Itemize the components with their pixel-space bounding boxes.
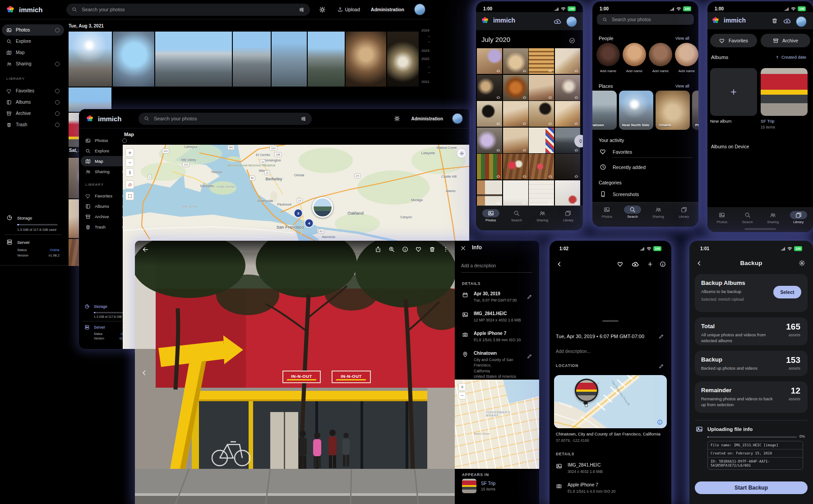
minimap-zoom-in[interactable] <box>458 383 466 391</box>
edit-location-pencil[interactable] <box>659 362 664 371</box>
settings-gear-icon[interactable] <box>799 260 805 266</box>
timeline-year-label[interactable]: 2024 <box>421 28 430 32</box>
archive-button[interactable]: Archive <box>761 34 810 47</box>
photo-thumbnail[interactable] <box>503 101 528 127</box>
screenshots-row[interactable]: Screenshots <box>600 191 639 197</box>
nav-tab-sharing[interactable]: Sharing <box>530 209 555 222</box>
description-field[interactable]: Add a description <box>461 263 496 268</box>
nav-tab-library[interactable]: Library <box>555 209 581 222</box>
sidebar-item-favorites[interactable]: Favorites <box>2 85 64 96</box>
add-name-label[interactable]: Add name <box>600 69 616 73</box>
location-mini-map[interactable]: FISHERMAN'SWHARF Beach Street <box>455 380 539 469</box>
face-avatar[interactable] <box>675 43 698 66</box>
sidebar-item-albums[interactable]: Albums <box>2 96 64 108</box>
albums-sort-button[interactable]: Created date <box>775 55 806 60</box>
photo-thumbnail[interactable] <box>272 32 307 87</box>
appears-in-album[interactable]: SF Trip 15 items <box>462 479 495 493</box>
viewer-trash-icon[interactable] <box>429 246 435 252</box>
nav-tab-search[interactable]: Search <box>620 206 646 219</box>
nav-tab-library[interactable]: Library <box>671 206 697 219</box>
sync-cloud-icon[interactable] <box>783 17 791 25</box>
minimap-zoom-out[interactable] <box>458 392 466 399</box>
add-plus-icon[interactable] <box>647 261 653 267</box>
viewer-previous-chevron[interactable] <box>140 369 148 377</box>
person-cell[interactable]: Add name <box>621 43 647 73</box>
nav-tab-sharing[interactable]: Sharing <box>760 211 786 224</box>
new-album-tile[interactable] <box>710 68 757 116</box>
search-bar[interactable] <box>139 113 312 125</box>
map-photo-marker[interactable] <box>312 197 333 218</box>
map-locate-button[interactable] <box>125 180 134 189</box>
photo-thumbnail[interactable] <box>529 48 554 74</box>
immich-logo[interactable]: immich <box>85 114 134 123</box>
place-cell[interactable]: Pi <box>692 91 698 130</box>
person-cell[interactable]: Add name <box>647 43 674 73</box>
place-cell[interactable]: Chinatown <box>592 91 617 130</box>
face-avatar[interactable] <box>649 43 672 66</box>
sidebar-item-photos[interactable]: Photos <box>2 24 64 36</box>
sheet-drag-handle[interactable] <box>602 320 619 322</box>
info-circle-icon[interactable] <box>660 261 666 267</box>
place-cell[interactable]: Near North Side <box>619 91 653 130</box>
photo-thumbnail[interactable] <box>308 32 345 87</box>
favorites-row[interactable]: Favorites <box>600 148 632 155</box>
user-avatar[interactable] <box>414 4 425 15</box>
sidebar-item-map[interactable]: Map <box>2 47 64 58</box>
photo-thumbnail[interactable] <box>233 32 271 87</box>
photo-thumbnail[interactable] <box>155 32 232 87</box>
select-button[interactable]: Select <box>773 286 801 298</box>
face-avatar[interactable] <box>596 43 620 66</box>
add-name-label[interactable]: Add name <box>679 69 695 73</box>
photo-thumbnail[interactable] <box>503 48 528 74</box>
upload-cloud-icon[interactable] <box>632 261 639 268</box>
person-cell[interactable]: Add name <box>595 43 621 73</box>
theme-toggle-sun-icon[interactable] <box>394 115 400 122</box>
people-view-all[interactable]: View all <box>675 36 689 41</box>
photo-thumbnail[interactable] <box>555 48 580 74</box>
photo-thumbnail[interactable] <box>529 180 554 206</box>
nav-tab-search[interactable]: Search <box>735 211 761 224</box>
location-mini-map[interactable]: - San Francisco Ferry B The Embarcadero <box>554 375 667 428</box>
photo-thumbnail[interactable] <box>555 101 580 127</box>
back-chevron-icon[interactable] <box>556 261 563 268</box>
photo-thumbnail[interactable] <box>69 32 112 87</box>
photo-thumbnail[interactable] <box>69 87 111 112</box>
map-cluster-marker[interactable]: 4 <box>305 219 314 228</box>
photo-view[interactable]: IN-N-OUT IN-N-OUT <box>135 241 455 504</box>
map-info-icon[interactable] <box>657 419 663 425</box>
photo-thumbnail[interactable] <box>477 48 502 74</box>
nav-tab-library[interactable]: Library <box>786 211 812 224</box>
photo-thumbnail[interactable] <box>529 154 554 179</box>
sidebar-item-sharing[interactable]: Sharing <box>2 58 64 69</box>
recently-added-row[interactable]: Recently added <box>600 164 646 170</box>
places-view-all[interactable]: View all <box>675 84 689 88</box>
sidebar-item-explore[interactable]: Explore <box>2 36 64 47</box>
photo-thumbnail[interactable] <box>529 128 554 153</box>
nav-tab-search[interactable]: Search <box>504 209 529 222</box>
user-avatar[interactable] <box>452 113 463 124</box>
upload-button[interactable]: Upload <box>337 7 360 12</box>
map-zoom-out-button[interactable] <box>125 158 134 167</box>
edit-date-pencil[interactable] <box>527 293 532 301</box>
photo-map-pin[interactable] <box>575 379 598 402</box>
photo-thumbnail[interactable] <box>477 154 502 179</box>
add-name-label[interactable]: Add name <box>652 69 669 73</box>
photo-thumbnail[interactable] <box>555 154 580 179</box>
search-input[interactable] <box>153 115 297 122</box>
album-tile-sf-trip[interactable] <box>761 68 808 116</box>
administration-button[interactable]: Administration <box>411 116 443 121</box>
favorite-heart-icon[interactable] <box>617 261 624 267</box>
photo-thumbnail[interactable] <box>503 75 528 101</box>
add-name-label[interactable]: Add name <box>626 69 642 73</box>
photo-thumbnail[interactable] <box>503 128 528 153</box>
photo-thumbnail[interactable] <box>503 154 528 179</box>
nav-tab-photos[interactable]: Photos <box>594 206 620 219</box>
immich-logo[interactable]: immich <box>5 5 62 14</box>
nav-tab-photos[interactable]: Photos <box>478 209 504 222</box>
administration-button[interactable]: Administration <box>371 7 404 12</box>
favorites-button[interactable]: Favorites <box>710 34 757 47</box>
face-avatar[interactable] <box>623 43 646 66</box>
timeline-year-label[interactable]: 2021 <box>421 80 430 84</box>
photo-thumbnail[interactable] <box>529 75 554 101</box>
photo-thumbnail[interactable] <box>477 128 502 153</box>
